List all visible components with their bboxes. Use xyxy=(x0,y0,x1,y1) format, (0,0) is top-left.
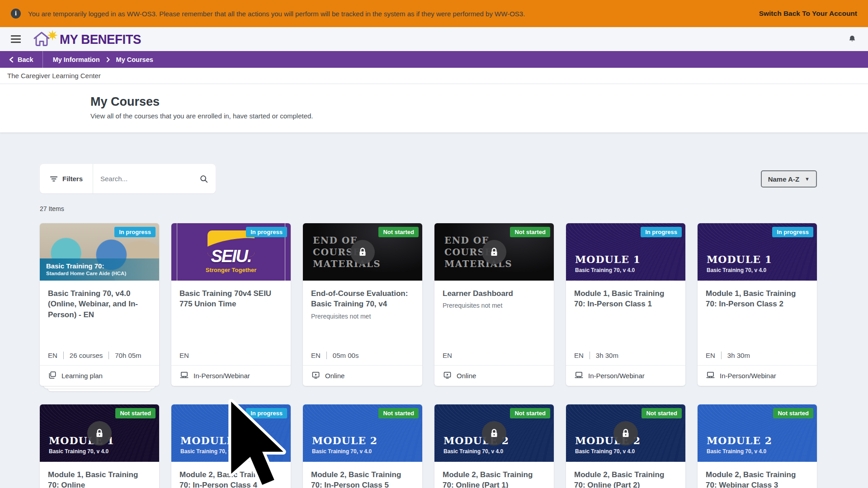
course-card[interactable]: Not started MODULE 2 Basic Training 70, … xyxy=(434,404,554,488)
impersonation-banner: i You are temporarily logged in as WW-OS… xyxy=(0,0,868,27)
starburst-icon xyxy=(47,30,58,41)
lock-icon xyxy=(87,421,112,446)
status-badge: Not started xyxy=(378,408,419,418)
banner-caption: SEIU. Stronger Together xyxy=(206,247,256,273)
course-type-label: In-Person/Webinar xyxy=(193,372,250,380)
course-card-body: Basic Training 70v4 SEIU 775 Union Time … xyxy=(171,281,291,365)
banner-subheading: Standard Home Care Aide (HCA) xyxy=(46,271,153,276)
course-cell: Not started MODULE 2 Basic Training 70, … xyxy=(698,404,817,488)
laptop-icon xyxy=(706,371,715,381)
info-icon: i xyxy=(11,9,21,19)
online-icon xyxy=(311,371,321,381)
course-card[interactable]: Not started MODULE 2 Basic Training 70, … xyxy=(303,404,422,488)
breadcrumb: My Information My Courses xyxy=(43,56,153,63)
filters-button[interactable]: Filters xyxy=(40,164,93,193)
course-type-footer: Online xyxy=(434,365,554,386)
course-banner-image: Not started END OF COURSE MATERIALS xyxy=(434,223,554,281)
course-card[interactable]: Not started END OF COURSE MATERIALS xyxy=(434,223,554,386)
course-card[interactable]: In progress MODULE 2 Basic Training 70, … xyxy=(171,404,291,488)
search-area xyxy=(93,174,216,183)
course-title: Module 1, Basic Training 70: Online xyxy=(48,469,151,488)
banner-subheading: Basic Training 70, v 4.0 xyxy=(180,448,246,455)
course-card[interactable]: Not started MODULE 2 Basic Training 70, … xyxy=(566,404,685,488)
course-cell: Not started END OF COURSE MATERIALS xyxy=(303,223,422,386)
meta-item: EN xyxy=(48,352,57,359)
chevron-down-icon: ▼ xyxy=(805,176,810,182)
page-subtitle: View all of the courses that you are enr… xyxy=(90,112,868,120)
status-badge: Not started xyxy=(773,408,813,418)
status-badge: Not started xyxy=(642,408,682,418)
course-cell: In progress MODULE 1 Basic Training 70, … xyxy=(566,223,685,386)
meta-item: EN xyxy=(443,352,452,359)
banner-heading: MODULE 2 xyxy=(707,435,772,446)
my-benefits-logo[interactable]: MY BENEFITS xyxy=(31,30,148,49)
course-type-label: Online xyxy=(457,372,476,380)
filter-search-box: Filters xyxy=(40,164,216,193)
lock-icon xyxy=(613,421,638,446)
learning-center-title: The Caregiver Learning Center xyxy=(0,68,868,84)
status-badge: In progress xyxy=(114,227,156,237)
banner-subheading: Stronger Together xyxy=(206,267,256,273)
course-card-body: Basic Training 70, v4.0 (Online, Webinar… xyxy=(40,281,159,365)
course-title: Module 1, Basic Training 70: In-Person C… xyxy=(574,288,677,310)
status-badge: In progress xyxy=(641,227,682,237)
course-banner-image: Not started MODULE 2 Basic Training 70, … xyxy=(434,404,554,462)
course-card[interactable]: Not started MODULE 1 Basic Training 70, … xyxy=(40,404,159,488)
meta-item: EN xyxy=(706,352,715,359)
course-card[interactable]: In progress Basic Training 70: Standard … xyxy=(40,223,159,386)
course-card[interactable]: Not started END OF COURSE MATERIALS xyxy=(303,223,422,386)
banner-heading: MODULE 1 xyxy=(707,253,772,265)
meta-item: 3h 30m xyxy=(590,352,618,359)
course-cell: In progress Basic Training 70: Standard … xyxy=(40,223,159,386)
laptop-icon xyxy=(574,371,584,381)
sort-dropdown[interactable]: Name A-Z ▼ xyxy=(761,170,817,188)
meta-item: EN xyxy=(179,352,189,359)
search-icon[interactable] xyxy=(199,174,208,183)
meta-item: 3h 30m xyxy=(721,352,750,359)
course-banner-image: In progress MODULE 2 Basic Training 70, … xyxy=(171,404,291,462)
banner-caption: MODULE 2 Basic Training 70, v 4.0 xyxy=(180,435,246,455)
course-banner-image: Not started MODULE 2 Basic Training 70, … xyxy=(566,404,685,462)
notification-bell-icon[interactable] xyxy=(847,34,857,44)
banner-heading: MODULE 2 xyxy=(312,435,377,446)
chevron-left-icon xyxy=(9,56,14,63)
course-meta: EN3h 30m xyxy=(574,352,677,359)
learning-plan-icon xyxy=(48,371,57,381)
banner-caption: Basic Training 70: Standard Home Care Ai… xyxy=(40,258,159,281)
course-meta: EN3h 30m xyxy=(706,352,809,359)
course-card-body: Module 1, Basic Training 70: Online Prer… xyxy=(40,462,159,488)
status-badge: Not started xyxy=(510,227,550,237)
course-type-footer: Learning plan xyxy=(40,365,159,386)
impersonation-text: You are temporarily logged in as WW-OS3.… xyxy=(28,10,525,18)
course-banner-image: Not started MODULE 1 Basic Training 70, … xyxy=(40,404,159,462)
course-grid: In progress Basic Training 70: Standard … xyxy=(40,223,868,488)
course-card-body: Module 2, Basic Training 70: In-Person C… xyxy=(303,462,422,488)
course-card[interactable]: In progress MODULE 1 Basic Training 70, … xyxy=(698,223,817,386)
banner-subheading: Basic Training 70, v 4.0 xyxy=(707,448,772,455)
course-cell: Not started MODULE 1 Basic Training 70, … xyxy=(40,404,159,488)
course-cell: Not started MODULE 2 Basic Training 70, … xyxy=(434,404,554,488)
course-cell: Not started END OF COURSE MATERIALS xyxy=(434,223,554,386)
course-title: Module 2, Basic Training 70: In-Person C… xyxy=(311,469,414,488)
course-banner-image: In progress SEIU. Stronger Together xyxy=(171,223,291,281)
hamburger-menu-icon[interactable] xyxy=(11,33,21,45)
banner-subheading: Basic Training 70, v 4.0 xyxy=(443,448,509,455)
course-card[interactable]: Not started MODULE 2 Basic Training 70, … xyxy=(698,404,817,488)
banner-caption: MODULE 1 Basic Training 70, v 4.0 xyxy=(707,253,772,273)
back-label: Back xyxy=(18,56,33,63)
meta-item: 05m 00s xyxy=(326,352,359,359)
lock-icon xyxy=(350,240,375,264)
course-type-footer: Online xyxy=(303,365,422,386)
breadcrumb-my-information[interactable]: My Information xyxy=(53,56,100,63)
app-header: MY BENEFITS xyxy=(0,27,868,51)
course-card[interactable]: In progress MODULE 1 Basic Training 70, … xyxy=(566,223,685,386)
course-title: Module 2, Basic Training 70: In-Person C… xyxy=(179,469,283,488)
back-button[interactable]: Back xyxy=(0,51,43,68)
page-head: My Courses View all of the courses that … xyxy=(0,84,868,132)
course-meta: EN xyxy=(179,352,283,359)
switch-back-link[interactable]: Switch Back To Your Account xyxy=(759,9,857,18)
course-card[interactable]: In progress SEIU. Stronger Together xyxy=(171,223,291,386)
search-input[interactable] xyxy=(100,175,199,183)
banner-heading: MODULE 2 xyxy=(180,435,246,446)
banner-caption: MODULE 1 Basic Training 70, v 4.0 xyxy=(575,253,641,273)
